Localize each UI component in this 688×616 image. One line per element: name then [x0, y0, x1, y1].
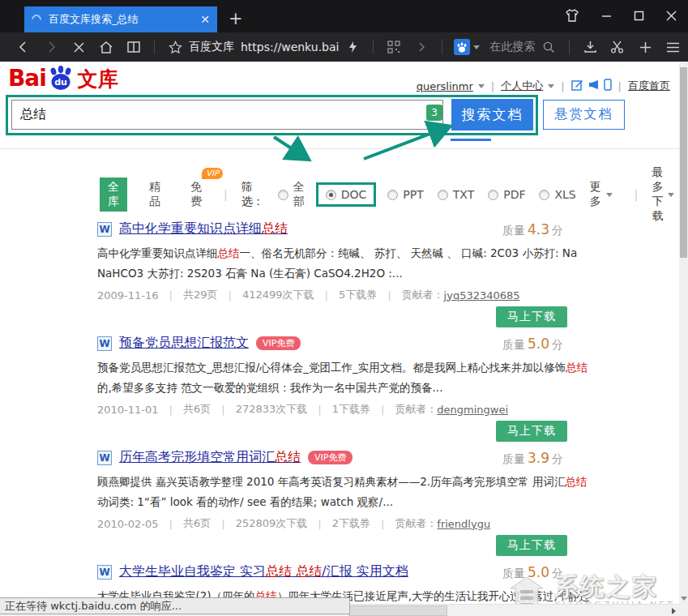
radio-PPT[interactable]: [387, 190, 398, 200]
toolbar-divider: [154, 40, 155, 54]
maximize-button[interactable]: [634, 11, 644, 21]
active-tab-underline: [451, 139, 491, 141]
quality-unit: 分: [552, 224, 563, 237]
horizontal-scrollbar-thumb[interactable]: [348, 605, 447, 616]
type-filter-DOC[interactable]: DOC: [316, 182, 377, 207]
title-text: 历年高考完形填空常用词汇: [119, 449, 275, 464]
radio-PDF[interactable]: [488, 190, 498, 200]
add-extension-icon[interactable]: [631, 36, 659, 58]
stop-icon[interactable]: [65, 36, 92, 58]
scope-filter-免费[interactable]: 免费VIP: [182, 178, 210, 212]
vertical-scrollbar-thumb[interactable]: [680, 67, 687, 258]
username-link[interactable]: querslinmr: [417, 80, 473, 92]
type-filter-TXT[interactable]: TXT: [438, 188, 474, 201]
svg-text:du: du: [54, 77, 67, 88]
contributor-link[interactable]: dengmingwei: [437, 404, 508, 416]
speaker-icon[interactable]: [588, 79, 599, 92]
back-icon[interactable]: [10, 36, 37, 58]
type-filter-全部[interactable]: 全部: [278, 180, 305, 209]
baidu-home-link[interactable]: 百度首页: [628, 79, 670, 93]
bookmark-star-icon[interactable]: [161, 36, 189, 58]
chevron-down-icon: [478, 84, 485, 88]
qr-code-icon[interactable]: [380, 36, 408, 58]
contributor-link[interactable]: friendlygu: [437, 518, 490, 530]
status-bar: 正在等待 wkctj.baidu.com 的响应...: [0, 597, 350, 614]
type-filter-XLS[interactable]: XLS: [539, 188, 575, 201]
result-ticket-cost: 2下载券: [332, 516, 370, 531]
quality-unit: 分: [552, 338, 563, 351]
download-now-button[interactable]: 马上下载: [496, 421, 567, 442]
scroll-right-arrow-icon[interactable]: [672, 608, 676, 614]
lightning-icon[interactable]: [339, 36, 366, 58]
radio-XLS[interactable]: [539, 190, 549, 200]
result-pages: 共6页: [183, 402, 211, 417]
search-input[interactable]: [11, 100, 443, 130]
personal-center-link[interactable]: 个人中心: [501, 79, 543, 93]
sort-dropdown[interactable]: 最多下载: [652, 165, 674, 224]
reading-mode-icon[interactable]: [120, 36, 147, 58]
result-title-link[interactable]: 历年高考完形填空常用词汇总结: [119, 449, 301, 466]
message-edit-icon[interactable]: [571, 79, 583, 93]
mobile-phone-icon[interactable]: [604, 79, 612, 93]
scissors-clip-icon[interactable]: [604, 36, 631, 58]
scroll-down-arrow-icon[interactable]: [681, 597, 687, 601]
site-name-label[interactable]: 百度文库: [189, 40, 234, 54]
radio-TXT[interactable]: [438, 190, 448, 200]
inpage-search-box[interactable]: 在此搜索: [489, 40, 535, 54]
radio-全部[interactable]: [278, 190, 288, 200]
result-title-link[interactable]: 大学生毕业自我鉴定 实习总结 总结/汇报 实用文档: [119, 563, 408, 580]
download-manager-icon[interactable]: [576, 36, 604, 58]
result-pages: 共6页: [183, 516, 211, 531]
result-meta-row: 2009-11-16|共29页|412499次下载|5下载券|贡献者：jyq53…: [97, 288, 594, 302]
radio-DOC[interactable]: [326, 190, 336, 200]
browser-toolbar: 百度文库 https://wenku.bai 在此搜索: [0, 32, 688, 62]
type-filter-PPT[interactable]: PPT: [387, 188, 423, 201]
baidu-wenku-logo[interactable]: Bai du 文库: [8, 65, 118, 91]
download-now-button[interactable]: 马上下载: [496, 306, 567, 327]
type-filter-label: TXT: [453, 188, 474, 201]
chevron-down-icon: [473, 45, 480, 49]
browser-tab[interactable]: 百度文库搜索_总结 ✕: [24, 6, 217, 32]
highlighted-keyword: 总结: [266, 563, 292, 579]
new-tab-button[interactable]: +: [229, 8, 243, 29]
expand-chevron-icon[interactable]: [408, 36, 435, 58]
vertical-scrollbar[interactable]: [679, 62, 688, 616]
meta-separator: |: [169, 289, 173, 302]
tab-title: 百度文库搜索_总结: [49, 12, 195, 27]
filter-bar: 全库精品免费VIP | 筛选： 全部DOCPPTTXTPDFXLS 更多 | 最…: [100, 165, 659, 224]
word-doc-icon: W: [97, 222, 112, 237]
result-title-link[interactable]: 预备党员思想汇报范文: [119, 335, 249, 352]
section-divider: [0, 148, 679, 149]
meta-separator: |: [325, 289, 328, 302]
more-filters-dropdown[interactable]: 更多: [590, 180, 613, 209]
type-filter-label: XLS: [554, 188, 575, 201]
type-filter-PDF[interactable]: PDF: [488, 188, 525, 201]
reward-docs-button[interactable]: 悬赏文档: [543, 100, 625, 130]
result-download-count: 272833次下载: [236, 402, 308, 417]
contributor-label: 贡献者：: [395, 402, 437, 417]
search-icon[interactable]: [535, 36, 562, 58]
title-text: /汇报 实用文档: [322, 563, 408, 579]
download-now-button[interactable]: 马上下载: [496, 535, 567, 556]
search-docs-button[interactable]: 搜索文档: [451, 99, 533, 130]
tab-close-icon[interactable]: ✕: [200, 13, 210, 26]
toolbar-divider: [442, 40, 442, 54]
result-ticket-cost: 1下载券: [332, 402, 370, 417]
scope-filter-精品[interactable]: 精品: [141, 178, 169, 212]
home-icon[interactable]: [92, 36, 120, 58]
search-engine-selector[interactable]: [454, 39, 480, 55]
logo-bai-text: Bai: [8, 66, 46, 91]
filter-label: 筛选：: [241, 180, 264, 209]
scope-filter-全库[interactable]: 全库: [100, 178, 127, 212]
meta-separator: |: [169, 518, 173, 530]
skin-theme-icon[interactable]: [565, 9, 579, 22]
close-window-button[interactable]: [666, 11, 677, 21]
chevron-down-icon: [606, 193, 613, 197]
menu-icon[interactable]: [659, 36, 686, 58]
wenku-page: Bai du 文库 querslinmr | 个人中心 | | 百度首: [0, 62, 688, 616]
address-bar-url[interactable]: https://wenku.bai: [241, 41, 339, 53]
contributor-link[interactable]: jyq532340685: [444, 289, 520, 302]
word-doc-icon: W: [97, 565, 112, 580]
forward-icon[interactable]: [37, 36, 65, 58]
minimize-button[interactable]: [601, 11, 612, 21]
